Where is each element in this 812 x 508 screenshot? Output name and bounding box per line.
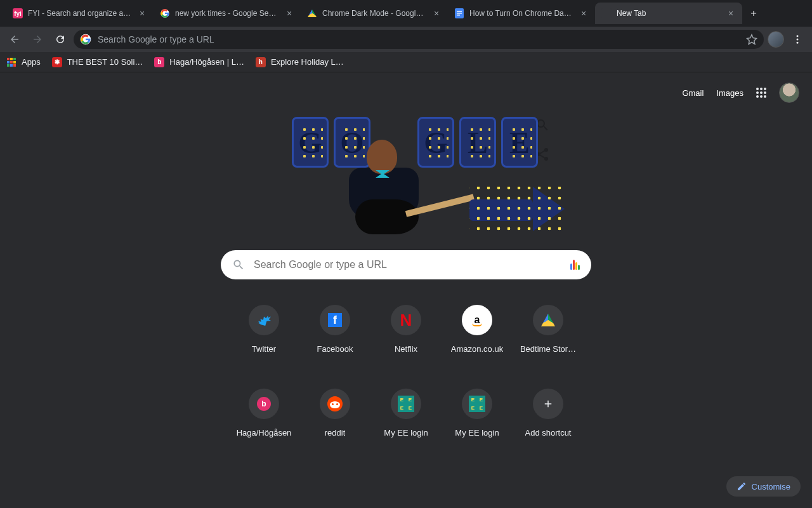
voice-search-icon[interactable]: [570, 260, 580, 270]
apps-icon: [6, 57, 16, 67]
shortcut-add[interactable]: Add shortcut: [513, 389, 584, 465]
svg-rect-3: [457, 13, 462, 14]
bookmark-apps[interactable]: Apps: [6, 57, 41, 67]
svg-point-8: [797, 42, 799, 44]
shortcut-amazon[interactable]: aAmazon.co.uk: [442, 305, 513, 381]
google-doodle[interactable]: G O G L E: [292, 117, 520, 231]
ee-icon: EEEE: [469, 396, 485, 412]
tab-favicon: [454, 8, 464, 18]
tab-fyi[interactable]: fyi FYI - Search and organize all y ×: [6, 3, 154, 24]
shortcut-netflix[interactable]: NNetflix: [370, 305, 442, 381]
pencil-icon: [737, 481, 747, 491]
svg-rect-4: [457, 15, 460, 16]
svg-point-6: [797, 35, 799, 37]
close-icon[interactable]: ×: [284, 8, 294, 18]
tab-strip: fyi FYI - Search and organize all y × ne…: [0, 0, 812, 27]
twitter-icon: [257, 314, 271, 326]
new-tab-button[interactable]: [745, 4, 763, 22]
bookmark-label: Haga/Högåsen | L…: [169, 57, 244, 67]
bookmark-label: THE BEST 10 Soli…: [67, 57, 143, 67]
shortcut-haga[interactable]: bHaga/Högåsen: [228, 389, 299, 465]
close-icon[interactable]: ×: [431, 8, 442, 18]
svg-point-7: [797, 39, 799, 41]
plus-icon: [542, 398, 554, 410]
omnibox[interactable]: Search Google or type a URL: [74, 30, 764, 49]
tab-docs[interactable]: How to Turn On Chrome Dark M ×: [448, 3, 595, 24]
forward-button[interactable]: [28, 30, 47, 49]
shortcut-label: Add shortcut: [525, 428, 572, 438]
top-links: Gmail Images: [682, 83, 799, 103]
shortcut-ee-2[interactable]: EEEEMy EE login: [442, 389, 513, 465]
shortcut-ee-1[interactable]: EEEEMy EE login: [370, 389, 442, 465]
omnibox-placeholder: Search Google or type a URL: [98, 34, 740, 44]
svg-rect-2: [457, 11, 462, 12]
shortcut-bedtime[interactable]: Bedtime Stor…: [513, 305, 584, 381]
ee-icon: EEEE: [398, 396, 414, 412]
toolbar: Search Google or type a URL: [0, 27, 812, 52]
bookmark-holiday[interactable]: h Explore Holiday L…: [256, 57, 344, 67]
menu-button[interactable]: [788, 30, 807, 49]
site-icon: b: [154, 57, 164, 67]
tab-title: Chrome Dark Mode - Google D: [322, 9, 426, 18]
close-icon[interactable]: ×: [579, 8, 589, 18]
facebook-icon: f: [328, 313, 342, 327]
shortcut-label: My EE login: [455, 428, 499, 438]
close-icon[interactable]: ×: [726, 8, 736, 18]
yelp-icon: ✱: [52, 57, 62, 67]
search-placeholder: Search Google or type a URL: [254, 259, 561, 271]
reddit-icon: [327, 396, 343, 411]
star-icon[interactable]: [746, 34, 757, 45]
customise-label: Customise: [752, 482, 790, 491]
tab-favicon: [601, 8, 612, 18]
tab-title: new york times - Google Searc: [175, 9, 279, 18]
customise-button[interactable]: Customise: [726, 476, 801, 497]
account-avatar[interactable]: [779, 83, 799, 103]
drive-icon: [541, 314, 555, 326]
shortcut-label: Haga/Högåsen: [237, 428, 292, 438]
shortcut-label: My EE login: [384, 428, 428, 438]
tab-title: How to Turn On Chrome Dark M: [469, 9, 573, 18]
shortcut-facebook[interactable]: fFacebook: [299, 305, 370, 381]
bookmarks-bar: Apps ✱ THE BEST 10 Soli… b Haga/Högåsen …: [0, 52, 812, 72]
doodle-area: G O G L E Search Google or type a URL Tw…: [0, 72, 812, 465]
shortcut-reddit[interactable]: reddit: [299, 389, 370, 465]
svg-point-11: [544, 157, 548, 161]
tab-drive[interactable]: Chrome Dark Mode - Google D ×: [301, 3, 448, 24]
site-icon: h: [256, 57, 266, 67]
shortcut-twitter[interactable]: Twitter: [228, 305, 299, 381]
reload-button[interactable]: [51, 30, 70, 49]
tab-favicon: [307, 8, 317, 18]
netflix-icon: N: [400, 311, 412, 330]
tab-favicon: fyi: [13, 8, 23, 18]
new-tab-page: Gmail Images G O G L E Search G: [0, 72, 812, 508]
shortcuts-grid: Twitter fFacebook NNetflix aAmazon.co.uk…: [228, 305, 584, 465]
bookmark-label: Apps: [22, 57, 41, 67]
shortcut-label: Netflix: [395, 344, 417, 354]
tab-title: FYI - Search and organize all y: [28, 9, 132, 18]
svg-point-9: [544, 148, 548, 152]
shortcut-label: Bedtime Stor…: [520, 344, 576, 354]
site-icon: b: [257, 397, 271, 411]
close-icon[interactable]: ×: [137, 8, 147, 18]
shortcut-label: reddit: [325, 428, 346, 438]
tab-title: New Tab: [617, 9, 721, 18]
profile-avatar[interactable]: [768, 31, 784, 48]
tab-favicon: [160, 8, 170, 18]
bookmark-yelp[interactable]: ✱ THE BEST 10 Soli…: [52, 57, 143, 67]
tab-new-tab[interactable]: New Tab ×: [595, 3, 742, 24]
google-apps-icon[interactable]: [756, 88, 766, 98]
shortcut-label: Amazon.co.uk: [451, 344, 503, 354]
back-button[interactable]: [5, 30, 24, 49]
google-icon: [80, 34, 91, 45]
bookmark-label: Explore Holiday L…: [271, 57, 344, 67]
tab-google-search[interactable]: new york times - Google Searc ×: [154, 3, 301, 24]
amazon-icon: a: [469, 312, 485, 328]
shortcut-label: Twitter: [252, 344, 276, 354]
images-link[interactable]: Images: [716, 88, 743, 98]
ntp-search-box[interactable]: Search Google or type a URL: [221, 250, 591, 279]
bookmark-haga[interactable]: b Haga/Högåsen | L…: [154, 57, 244, 67]
gmail-link[interactable]: Gmail: [682, 88, 704, 98]
shortcut-label: Facebook: [317, 344, 353, 354]
search-icon: [232, 258, 245, 271]
